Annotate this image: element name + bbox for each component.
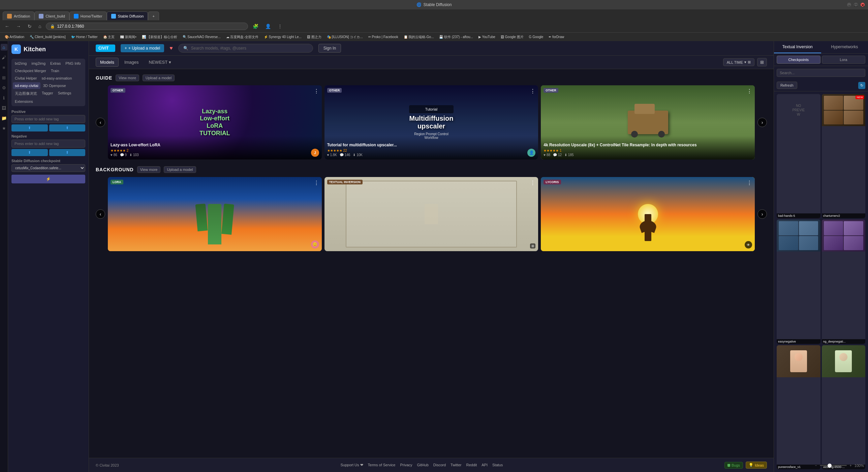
negative-btn-2[interactable]: ⬆ — [49, 149, 86, 156]
guide-card-1[interactable]: OTHER ⋮ Lazy-assLow-effortLoRATUTORIAL L… — [108, 85, 322, 159]
nav-extras[interactable]: Extras — [48, 60, 63, 67]
browser-tab-sd[interactable]: Stable Diffusion — [107, 11, 148, 20]
browser-tab-arstation[interactable]: ArtStation — [3, 11, 34, 20]
guide-prev-btn[interactable]: ‹ — [96, 118, 105, 127]
positive-tag-input[interactable] — [11, 115, 85, 123]
footer-github[interactable]: GitHub — [417, 463, 429, 467]
background-card-1[interactable]: LORA ⋮ 😊 — [108, 177, 322, 251]
nav-wubian[interactable]: 无边图像浏览 — [13, 90, 39, 97]
nav-civitai-helper[interactable]: Civitai Helper — [13, 75, 39, 82]
footer-twitter[interactable]: Twitter — [451, 463, 461, 467]
nav-easy-civitai[interactable]: sd-easy-civitai — [13, 82, 40, 89]
ideas-button[interactable]: 💡 Ideas — [746, 462, 767, 469]
footer-privacy[interactable]: Privacy — [400, 463, 412, 467]
guide-view-more-btn[interactable]: View more — [116, 75, 139, 81]
rp-model-easyneg[interactable]: easynegative — [777, 219, 820, 344]
nav-txt2img[interactable]: txt2img — [13, 60, 29, 67]
nav-tab-models[interactable]: Models — [96, 58, 119, 67]
background-menu-2[interactable]: ⋮ — [530, 180, 535, 186]
footer-api[interactable]: API — [482, 463, 488, 467]
bookmark-fordraw[interactable]: ✒ forDraw — [547, 34, 566, 39]
sort-dropdown[interactable]: NEWEST ▾ — [145, 58, 176, 67]
positive-btn-1[interactable]: ⬆ — [11, 124, 48, 131]
background-upload-btn[interactable]: Upload a model — [164, 166, 196, 173]
bookmark-twitter[interactable]: 🐦 Home / Twitter — [69, 34, 100, 39]
address-bar[interactable]: 🔒 127.0.0.1:7860 — [46, 23, 248, 30]
bookmark-illusion[interactable]: 🎭 [ILLUSION] コイカ... — [325, 34, 365, 40]
rp-model-charturner[interactable]: NEW charturnerv2 — [822, 94, 866, 218]
footer-status[interactable]: Status — [492, 463, 503, 467]
rp-subtab-checkpoints[interactable]: Checkpoints — [777, 56, 820, 64]
maximize-button[interactable]: □ — [854, 3, 858, 7]
guide-upload-btn[interactable]: Upload a model — [143, 75, 175, 81]
bookmark-proko[interactable]: ✏ Proko | Facebook — [366, 34, 400, 39]
upload-model-btn[interactable]: + + Upload a model — [121, 44, 164, 52]
generate-button[interactable]: ⚡ — [11, 175, 85, 183]
bookmark-baidu[interactable]: ☁ 百度网盘-全部文件 — [224, 34, 260, 40]
nav-checkpoint[interactable]: Checkpoint Merger — [13, 67, 48, 74]
tool-icon-star[interactable]: ★ — [1, 125, 7, 131]
bookmark-jenkins[interactable]: 🔧 Client_build [jenkins] — [28, 34, 68, 39]
back-button[interactable]: ← — [3, 23, 11, 30]
rp-model-ulzzang[interactable]: ulzzang-6500-... — [822, 345, 866, 469]
view-toggle-btn[interactable]: ⊞ — [757, 58, 767, 66]
home-button[interactable]: ⌂ — [36, 23, 43, 30]
guide-card-3[interactable]: OTHER ⋮ 4k Resolution Upscale (8x) — [541, 85, 755, 159]
guide-card-2[interactable]: OTHER ⋮ Tutorial Multidiffusionupscaler … — [324, 85, 538, 159]
background-card-3[interactable]: LYCORIS ⋮ — [541, 177, 755, 251]
tool-icon-settings[interactable]: ⚙ — [1, 84, 7, 91]
card-menu-2[interactable]: ⋮ — [530, 88, 535, 94]
bookmark-software[interactable]: 💾 软件 (237) - aftou... — [437, 34, 475, 40]
negative-tag-input[interactable] — [11, 140, 85, 148]
bookmark-home[interactable]: 🏠 主页 — [101, 34, 117, 40]
checkpoint-select[interactable]: cetusMix_Codaedition.safete... — [11, 164, 85, 172]
nav-easy-anim[interactable]: sd-easy-animation — [39, 75, 74, 82]
background-next-btn[interactable]: › — [757, 209, 767, 219]
signin-button[interactable]: Sign In — [318, 44, 341, 53]
zoom-out-icon[interactable]: － — [814, 463, 818, 468]
bookmark-google-img[interactable]: 🖼 Google 图片 — [499, 34, 526, 40]
nav-tagger[interactable]: Tagger — [40, 90, 55, 97]
rp-model-pureerosface[interactable]: pureerosface_v1 — [777, 345, 820, 469]
negative-btn-1[interactable]: ⬆ — [11, 149, 48, 156]
bookmark-artstation[interactable]: 🎨 ArtStation — [3, 34, 26, 39]
card-menu-3[interactable]: ⋮ — [747, 88, 752, 94]
footer-support[interactable]: Support Us ❤ — [340, 463, 363, 467]
bookmark-core[interactable]: 📊 【新报道】核心分析 — [140, 34, 179, 40]
minimize-button[interactable]: － — [847, 3, 851, 7]
rp-tab-textual-inversion[interactable]: Textual Inversion — [774, 41, 821, 53]
bookmark-tuzhili[interactable]: 🖼 图之力 — [305, 34, 323, 40]
zoom-in-icon[interactable]: ＋ — [849, 463, 852, 468]
card-menu-1[interactable]: ⋮ — [314, 88, 319, 94]
tool-icon-layers[interactable]: ≡ — [1, 64, 7, 71]
extensions-button[interactable]: 🧩 — [251, 23, 260, 30]
bookmark-cloud[interactable]: 📋 我的云端稿-Go... — [402, 34, 436, 40]
bookmark-google[interactable]: G Google — [527, 34, 546, 39]
rp-subtab-lora[interactable]: Lora — [822, 56, 866, 64]
nav-3d-openpose[interactable]: 3D Openpose — [41, 82, 68, 89]
forward-button[interactable]: → — [14, 23, 23, 30]
rp-refresh-button[interactable]: Refresh — [777, 82, 797, 89]
background-menu-1[interactable]: ⋮ — [314, 180, 319, 186]
tool-icon-folder[interactable]: 📁 — [1, 115, 7, 121]
rp-model-bad-hands[interactable]: NOPREVIEW bad-hands-5 — [777, 94, 820, 218]
footer-discord[interactable]: Discord — [433, 463, 446, 467]
civitai-search-box[interactable]: 🔍 Search models, #tags, @users — [178, 44, 313, 53]
background-prev-btn[interactable]: ‹ — [96, 209, 105, 219]
bookmark-synergy[interactable]: ⚡ Synergy 40 Light Le... — [262, 34, 304, 39]
browser-tab-new[interactable]: + — [148, 11, 159, 20]
bookmark-sauce[interactable]: 🔍 SauceNAO Reverse... — [181, 34, 223, 39]
browser-tab-jenkins[interactable]: Client_build — [34, 11, 69, 20]
tool-icon-info[interactable]: ℹ — [1, 94, 7, 101]
positive-btn-2[interactable]: ⬆ — [49, 124, 86, 131]
nav-settings[interactable]: Settings — [56, 90, 73, 97]
rp-model-ng-deepneg[interactable]: ng_deepnegati... — [822, 219, 866, 344]
tool-icon-brush[interactable]: 🖌 — [1, 54, 7, 61]
tool-icon-home[interactable]: ⌂ — [1, 44, 7, 51]
nav-tab-images[interactable]: Images — [120, 58, 143, 67]
browser-tab-twitter[interactable]: Home/Twitter — [69, 11, 107, 20]
time-filter-btn[interactable]: ALL TIME ▾ ⊞ — [723, 58, 754, 66]
nav-extensions[interactable]: Extensions — [13, 98, 35, 105]
guide-next-btn[interactable]: › — [757, 118, 767, 127]
bookmark-youtube[interactable]: ▶ YouTube — [476, 34, 497, 39]
